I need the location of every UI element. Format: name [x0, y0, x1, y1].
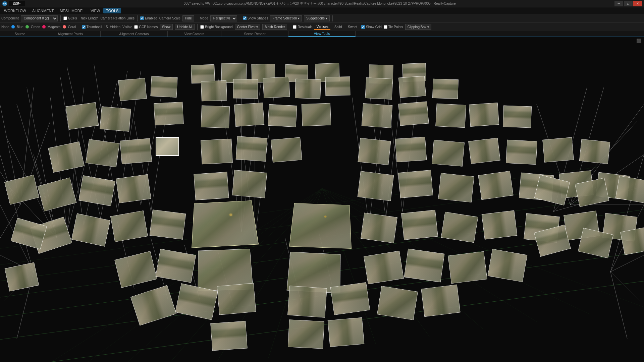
svg-line-31: [60, 77, 84, 225]
enabled-checkbox-label[interactable]: Enabled: [140, 16, 157, 20]
gcp-names-checkbox[interactable]: [134, 25, 138, 29]
label-alignment-cameras[interactable]: Alignment Cameras: [101, 31, 168, 37]
camera-frame: [364, 251, 404, 284]
svg-line-70: [285, 238, 302, 305]
camera-frame: [519, 173, 554, 201]
frame-selection-button[interactable]: Frame Selection ▾: [270, 15, 302, 21]
bright-bg-label[interactable]: Bright Background: [200, 25, 232, 29]
svg-line-11: [54, 188, 322, 362]
component-select[interactable]: Component 0 (2): [21, 15, 58, 21]
camera-frame: [236, 136, 268, 162]
titlebar-controls[interactable]: ─ □ ✕: [614, 1, 642, 6]
label-view-tools[interactable]: View Tools: [288, 31, 356, 37]
camera-frame: [217, 283, 256, 315]
svg-line-25: [10, 188, 57, 238]
svg-text:RC: RC: [3, 3, 7, 6]
svg-line-80: [610, 272, 644, 305]
camera-frames: [0, 37, 644, 362]
menu-workflow[interactable]: WORKFLOW: [1, 8, 29, 13]
menu-tools[interactable]: TOOLS: [103, 8, 121, 13]
minimize-button[interactable]: ─: [614, 1, 623, 6]
svg-line-24: [7, 138, 57, 238]
label-scene-render[interactable]: Scene Render: [221, 31, 288, 37]
gcps-checkbox-label[interactable]: GCPs: [63, 16, 77, 20]
show-shapes-checkbox[interactable]: [243, 16, 247, 20]
separator3: [197, 15, 197, 21]
show-button[interactable]: Show: [160, 24, 173, 30]
vertices-render-button[interactable]: Vertices: [314, 24, 330, 30]
thumbnail-label[interactable]: Thumbnail: [82, 25, 102, 29]
camera-frame: [534, 175, 570, 205]
hide-button[interactable]: Hide: [182, 15, 194, 21]
show-grid-checkbox[interactable]: [361, 25, 365, 29]
perspective-select[interactable]: Perspective: [210, 15, 237, 21]
camera-relation-lines-label[interactable]: Camera Relation Lines: [100, 16, 135, 20]
svg-line-54: [369, 87, 386, 218]
menu-view[interactable]: VIEW: [88, 8, 103, 13]
toolbar-labels: Source Alignment Points Alignment Camera…: [0, 31, 644, 37]
camera-frame: [315, 63, 340, 82]
info-overlay: ⬛: [636, 39, 641, 43]
close-button[interactable]: ✕: [633, 1, 642, 6]
sweet-render-button[interactable]: Sweet: [346, 24, 359, 29]
enabled-checkbox[interactable]: [140, 16, 144, 20]
menubar: WORKFLOW ALIGNMENT MESH MODEL VIEW TOOLS: [0, 7, 644, 14]
titlebar: RC 005* 005* saved to ¥¥info01.corp.capc…: [0, 0, 644, 7]
tie-points-label[interactable]: Tie Points: [384, 25, 403, 29]
gcps-checkbox[interactable]: [63, 16, 67, 20]
svg-line-14: [215, 188, 322, 362]
svg-line-72: [0, 155, 34, 272]
svg-line-36: [117, 71, 141, 212]
svg-line-45: [151, 104, 168, 212]
svg-line-10: [0, 188, 322, 362]
camera-frame: [154, 102, 183, 125]
camera-frame: [506, 140, 537, 165]
residuals-checkbox[interactable]: [293, 25, 297, 29]
svg-line-43: [141, 98, 161, 205]
show-grid-label[interactable]: Show Grid: [361, 25, 382, 29]
camera-frame: [150, 209, 186, 240]
unhide-button[interactable]: Unhide All: [175, 24, 195, 30]
svg-line-13: [161, 188, 322, 362]
camera-frame: [441, 212, 478, 243]
menu-mesh-model[interactable]: MESH MODEL: [57, 8, 87, 13]
svg-line-23: [17, 104, 57, 238]
viewport[interactable]: ⬛: [0, 37, 644, 362]
camera-frame: [482, 210, 518, 239]
camera-frame: [398, 76, 426, 98]
svg-line-48: [241, 77, 262, 232]
solid-render-button[interactable]: Solid: [332, 24, 344, 29]
center-pivot-button[interactable]: Center Pivot ▾: [235, 24, 261, 30]
label-view-camera[interactable]: View Camera: [168, 31, 221, 37]
clipping-box-button[interactable]: Clipping Box ▾: [405, 24, 431, 30]
residuals-label[interactable]: Residuals: [293, 25, 312, 29]
coral-dot: [63, 25, 66, 28]
svg-line-34: [101, 71, 127, 218]
gcp-names-label[interactable]: GCP Names: [134, 25, 158, 29]
expand-button[interactable]: ⬛: [636, 39, 641, 43]
svg-line-15: [268, 188, 322, 358]
tie-points-checkbox[interactable]: [384, 25, 387, 29]
bright-bg-checkbox[interactable]: [200, 25, 204, 29]
suggestions-button[interactable]: Suggestions ▾: [304, 15, 330, 21]
camera-frame: [358, 138, 391, 165]
svg-line-51: [255, 87, 275, 238]
camera-frame: [398, 101, 429, 126]
title-tab-active[interactable]: 005*: [9, 1, 25, 6]
show-shapes-label[interactable]: Show Shapes: [243, 16, 268, 20]
maximize-button[interactable]: □: [624, 1, 633, 6]
label-alignment-points[interactable]: Alignment Points: [40, 31, 101, 37]
label-source[interactable]: Source: [0, 31, 40, 37]
svg-line-7: [0, 229, 644, 317]
svg-line-75: [0, 272, 34, 305]
thumbnail-checkbox[interactable]: [82, 25, 86, 29]
camera-frame: [401, 210, 438, 240]
svg-line-5: [0, 193, 644, 281]
mesh-render-button[interactable]: Mesh Render: [262, 24, 287, 30]
camera-frame: [365, 77, 393, 100]
camera-frame-central: [192, 200, 259, 248]
camera-frame: [38, 177, 77, 211]
number-label: 15: [104, 25, 108, 29]
menu-alignment[interactable]: ALIGNMENT: [30, 8, 56, 13]
track-length-label[interactable]: Track Length: [79, 16, 98, 20]
